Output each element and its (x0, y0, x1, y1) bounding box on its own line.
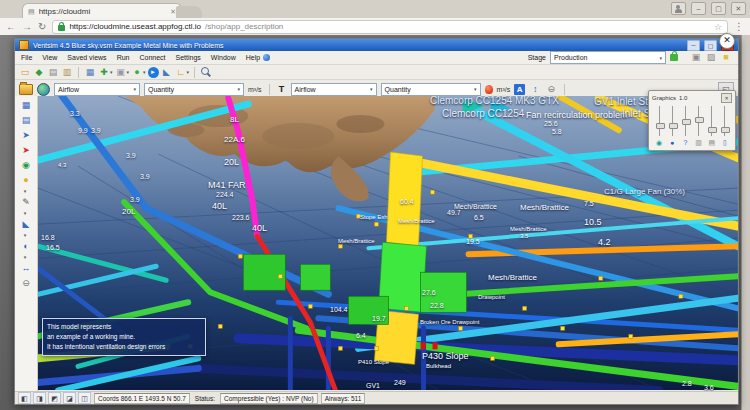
browser-tab[interactable]: ▤ https://cloudmi ✕ (22, 3, 182, 19)
app-close-badge[interactable]: ✕ (719, 33, 735, 49)
measure-icon[interactable]: ◣ (161, 66, 173, 78)
info-icon[interactable]: ● (667, 138, 677, 147)
dropdown-caret[interactable]: ▾ (24, 232, 27, 238)
dropdown-caret[interactable]: ▾ (24, 188, 27, 194)
fans-icon[interactable]: ● (131, 66, 143, 78)
menu-window[interactable]: Window (211, 54, 236, 61)
slope-tool-icon[interactable]: ◣ (18, 217, 34, 231)
graphics-slider[interactable] (682, 106, 689, 136)
stage-dropdown[interactable]: Production ▾ (550, 51, 666, 64)
airflow-dropdown-2[interactable]: Airflow ▾ (291, 83, 377, 96)
reload-button[interactable]: ↻ (38, 22, 46, 32)
globe-icon[interactable]: ◉ (18, 158, 34, 172)
quantity-dropdown-2[interactable]: Quantity ▾ (381, 83, 481, 96)
edit-tools-icon[interactable]: ✚ (98, 66, 110, 78)
zoom-icon[interactable] (200, 66, 212, 78)
graphics-slider[interactable] (669, 106, 676, 136)
texture-icon[interactable]: ▥ (694, 138, 704, 147)
slider-knob[interactable] (669, 123, 678, 129)
menu-file[interactable]: File (21, 54, 32, 61)
airflow-dropdown-1[interactable]: Airflow ▾ (54, 83, 140, 96)
corner-tool-icon[interactable]: ∟ (175, 66, 187, 78)
dropdown-caret[interactable]: ▾ (24, 210, 27, 216)
back-button[interactable]: ← (6, 22, 16, 32)
world-icon[interactable] (37, 83, 50, 96)
minimize-toolbar-icon[interactable]: ⊖ (545, 83, 557, 95)
dropdown-caret[interactable]: ▾ (127, 69, 130, 75)
bookmark-star-icon[interactable]: ☆ (714, 22, 722, 32)
quantity-dropdown-1[interactable]: Quantity ▾ (144, 83, 244, 96)
paste-icon[interactable]: ▥ (61, 66, 73, 78)
menu-run[interactable]: Run (117, 54, 130, 61)
quality-icon[interactable]: ◉ (654, 138, 664, 147)
graphics-panel-close-icon[interactable]: ✕ (721, 93, 732, 103)
open-file-icon[interactable]: ◆ (33, 66, 45, 78)
view-fit-icon[interactable]: ◪ (63, 392, 76, 404)
view-section-icon[interactable]: ◨ (33, 392, 46, 404)
airways-icon[interactable]: ▣ (115, 66, 127, 78)
copy-icon[interactable]: ▤ (47, 66, 59, 78)
app-titlebar[interactable]: Ventsim 4.5 Blue sky.vsm Example Metal M… (15, 39, 738, 51)
select-pointer-icon[interactable]: ➤ (18, 128, 34, 142)
slider-knob[interactable] (708, 127, 717, 133)
text-tool-icon[interactable]: T (277, 84, 287, 94)
graphics-slider[interactable] (656, 106, 663, 136)
profile-icon[interactable] (671, 2, 686, 15)
app-minimize-button[interactable]: ─ (687, 40, 700, 51)
graphics-slider[interactable] (721, 106, 728, 136)
grid-icon[interactable]: ▤ (707, 138, 717, 147)
spreadsheet-icon[interactable]: ▤ (18, 113, 34, 127)
graphics-slider[interactable] (695, 106, 702, 136)
palette-icon[interactable]: ■ (720, 52, 732, 64)
slider-knob[interactable] (656, 123, 665, 129)
new-tab-button[interactable] (176, 6, 202, 18)
print-icon[interactable]: ▦ (84, 66, 96, 78)
slider-knob[interactable] (695, 117, 704, 123)
help-icon[interactable]: ? (680, 138, 690, 147)
menu-help[interactable]: Help (246, 54, 260, 61)
separator (194, 67, 195, 78)
legend-marker-icon[interactable] (485, 85, 493, 94)
menu-settings[interactable]: Settings (176, 54, 201, 61)
updown-arrows-icon[interactable]: ↕ (529, 83, 541, 95)
slider-knob[interactable] (721, 127, 730, 133)
image-icon[interactable]: ▨ (705, 52, 717, 64)
slider-knob[interactable] (682, 119, 691, 125)
menu-view[interactable]: View (42, 54, 57, 61)
forward-button[interactable]: → (22, 22, 32, 32)
address-bar[interactable]: https://cloudmine.useast.appfog.ctl.io /… (52, 20, 728, 34)
window-close-button[interactable]: ✕ (731, 2, 746, 15)
layers-folder-icon[interactable] (19, 84, 33, 95)
graphics-panel[interactable]: Graphics 1.0 ✕ ◉●?▥▤▯ (648, 90, 736, 151)
airflow-value-2: Airflow (295, 86, 316, 93)
new-file-icon[interactable]: ▭ (19, 66, 31, 78)
viewport-3d[interactable]: Clemcorp CC1254 MK3 GTXGV1 Inlet StageCl… (38, 96, 738, 392)
run-simulation-icon[interactable]: ► (148, 67, 159, 78)
menu-saved-views[interactable]: Saved views (67, 54, 106, 61)
contrast-tool-icon[interactable]: ◐ (18, 239, 34, 253)
node-tool-icon[interactable]: ● (18, 173, 34, 187)
data-grid-icon[interactable]: ▦ (18, 98, 34, 112)
dropdown-caret[interactable]: ▾ (143, 69, 146, 75)
view-3d-icon[interactable]: ◩ (48, 392, 61, 404)
view-prev-icon[interactable]: ◫ (78, 392, 91, 404)
bars-icon[interactable]: ▯ (720, 138, 730, 147)
text-size-icon[interactable]: A (514, 84, 525, 95)
window-maximize-button[interactable]: ▢ (711, 2, 726, 15)
menu-connect[interactable]: Connect (139, 54, 165, 61)
edit-pointer-icon[interactable]: ➤ (18, 143, 34, 157)
dropdown-caret[interactable]: ▾ (24, 254, 27, 260)
flip-arrows-icon[interactable]: ↔ (18, 261, 34, 275)
dropdown-caret[interactable]: ▾ (187, 69, 190, 75)
help-orb-icon[interactable] (263, 54, 270, 61)
graphics-slider[interactable] (708, 106, 715, 136)
coords-field: Coords 866.1 E 1493.5 N 50.7 (94, 393, 190, 404)
window-minimize-button[interactable]: – (691, 2, 706, 15)
view-plan-icon[interactable]: ◧ (18, 392, 31, 404)
app-maximize-button[interactable]: ▢ (704, 40, 717, 51)
collapse-icon[interactable]: ⊖ (18, 276, 34, 290)
draw-tool-icon[interactable]: ✎ (18, 195, 34, 209)
snapshot-icon[interactable]: ▣ (690, 52, 702, 64)
browser-menu-icon[interactable]: ⋮ (734, 21, 744, 32)
dropdown-caret[interactable]: ▾ (110, 69, 113, 75)
